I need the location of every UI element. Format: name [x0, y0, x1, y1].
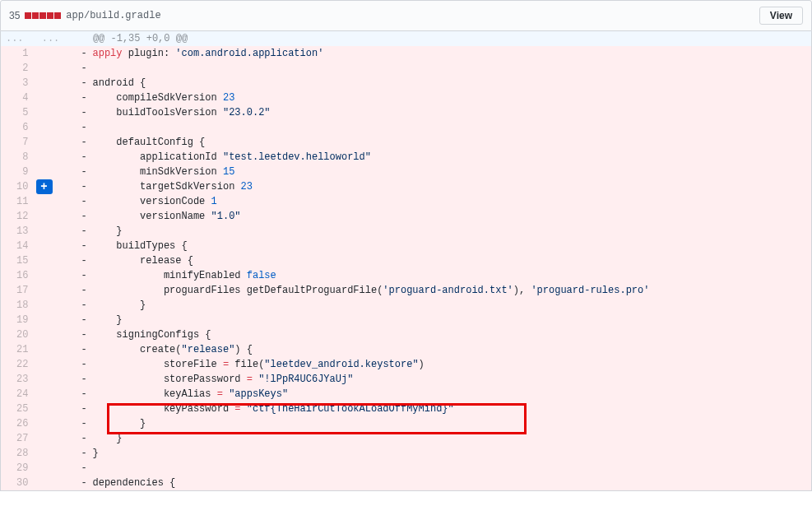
line-num-old[interactable]: 4	[1, 91, 37, 105]
code-cell[interactable]: - }	[73, 416, 812, 431]
code-cell[interactable]: - release {	[73, 253, 812, 268]
line-num-old[interactable]: 20	[1, 327, 37, 342]
line-num-old[interactable]: 7	[1, 135, 37, 150]
line-num-old[interactable]: 9	[1, 165, 37, 179]
line-num-old[interactable]: 11	[1, 194, 37, 209]
line-num-old[interactable]: 6	[1, 120, 37, 135]
code-token: "1.0"	[211, 211, 241, 222]
code-cell[interactable]: - keyAlias = "appsKeys"	[73, 387, 812, 402]
line-num-old[interactable]: 8	[1, 150, 37, 165]
line-num-old[interactable]: 25	[1, 402, 37, 416]
code-cell[interactable]: - applicationId "test.leetdev.helloworld…	[73, 150, 812, 165]
line-num-new[interactable]	[37, 402, 73, 416]
line-num-old[interactable]: 19	[1, 313, 37, 327]
line-num-old[interactable]: 24	[1, 387, 37, 402]
line-num-new[interactable]	[37, 283, 73, 298]
code-token: "!lPpR4UC6JYaUj"	[258, 374, 353, 385]
code-cell[interactable]: - minSdkVersion 15	[73, 165, 812, 179]
line-num-new[interactable]	[37, 253, 73, 268]
line-num-new[interactable]	[37, 416, 73, 431]
line-num-old[interactable]: 5	[1, 105, 37, 120]
line-num-new[interactable]	[37, 298, 73, 313]
line-num-old[interactable]: 29	[1, 461, 37, 476]
line-num-old[interactable]: 27	[1, 431, 37, 446]
code-cell[interactable]: - keyPassword = "ctf{TheHairCutTookALoad…	[73, 402, 812, 416]
line-num-new[interactable]	[37, 342, 73, 357]
line-num-new[interactable]	[37, 461, 73, 476]
line-num-old[interactable]: 28	[1, 446, 37, 461]
line-num-new[interactable]	[37, 476, 73, 491]
line-num-old[interactable]: 14	[1, 239, 37, 253]
code-cell[interactable]: - minifyEnabled false	[73, 268, 812, 283]
line-num-new[interactable]	[37, 46, 73, 61]
line-num-new[interactable]	[37, 76, 73, 91]
file-path[interactable]: app/build.gradle	[66, 10, 160, 21]
line-num-new[interactable]	[37, 135, 73, 150]
code-cell[interactable]: - defaultConfig {	[73, 135, 812, 150]
code-token: apply	[93, 48, 123, 59]
code-cell[interactable]: - }	[73, 298, 812, 313]
line-num-new[interactable]	[37, 313, 73, 327]
diff-marker-deleted: -	[81, 461, 93, 476]
code-cell[interactable]: -	[73, 61, 812, 76]
line-num-old[interactable]: 23	[1, 372, 37, 387]
line-num-new[interactable]	[37, 446, 73, 461]
code-cell[interactable]: -}	[73, 446, 812, 461]
code-cell[interactable]: - versionCode 1	[73, 194, 812, 209]
line-num-new[interactable]	[37, 105, 73, 120]
code-cell[interactable]: -	[73, 120, 812, 135]
line-num-old[interactable]: 16	[1, 268, 37, 283]
code-cell[interactable]: - versionName "1.0"	[73, 209, 812, 224]
line-num-new[interactable]	[37, 268, 73, 283]
line-num-new[interactable]	[37, 357, 73, 372]
line-num-new[interactable]	[37, 120, 73, 135]
view-button[interactable]: View	[759, 7, 803, 25]
add-comment-button[interactable]: +	[36, 179, 53, 194]
line-num-new[interactable]	[37, 327, 73, 342]
line-num-old[interactable]: 10	[1, 179, 37, 194]
line-num-new[interactable]	[37, 372, 73, 387]
line-num-old[interactable]: 18	[1, 298, 37, 313]
code-cell[interactable]: - proguardFiles getDefaultProguardFile('…	[73, 283, 812, 298]
line-num-old[interactable]: 17	[1, 283, 37, 298]
line-num-new[interactable]	[37, 224, 73, 239]
code-cell[interactable]: - buildToolsVersion "23.0.2"	[73, 105, 812, 120]
code-cell[interactable]: - targetSdkVersion 23	[73, 179, 812, 194]
code-cell[interactable]: - compileSdkVersion 23	[73, 91, 812, 105]
diff-marker-deleted: -	[81, 476, 93, 490]
diff-marker-deleted: -	[81, 402, 93, 416]
code-cell[interactable]: - storeFile = file("leetdev_android.keys…	[73, 357, 812, 372]
line-num-new[interactable]	[37, 91, 73, 105]
code-cell[interactable]: -android {	[73, 76, 812, 91]
line-num-old[interactable]: 15	[1, 253, 37, 268]
line-num-old[interactable]: 2	[1, 61, 37, 76]
code-token: compileSdkVersion	[93, 92, 223, 104]
code-cell[interactable]: -dependencies {	[73, 476, 812, 491]
line-num-old[interactable]: 30	[1, 476, 37, 491]
code-cell[interactable]: -	[73, 461, 812, 476]
line-num-old[interactable]: 26	[1, 416, 37, 431]
line-num-new[interactable]	[37, 150, 73, 165]
line-num-old[interactable]: 21	[1, 342, 37, 357]
code-cell[interactable]: - }	[73, 224, 812, 239]
code-cell[interactable]: - buildTypes {	[73, 239, 812, 253]
line-num-new[interactable]	[37, 387, 73, 402]
line-num-old[interactable]: 3	[1, 76, 37, 91]
code-cell[interactable]: - }	[73, 313, 812, 327]
line-num-old[interactable]: 1	[1, 46, 37, 61]
line-num-new[interactable]	[37, 61, 73, 76]
line-num-old[interactable]: 22	[1, 357, 37, 372]
code-cell[interactable]: -apply plugin: 'com.android.application'	[73, 46, 812, 61]
code-cell[interactable]: - }	[73, 431, 812, 446]
line-num-new[interactable]	[37, 165, 73, 179]
code-cell[interactable]: - signingConfigs {	[73, 327, 812, 342]
line-num-new[interactable]: +	[37, 179, 73, 194]
line-num-new[interactable]	[37, 239, 73, 253]
line-num-new[interactable]	[37, 209, 73, 224]
line-num-old[interactable]: 12	[1, 209, 37, 224]
code-cell[interactable]: - create("release") {	[73, 342, 812, 357]
line-num-new[interactable]	[37, 194, 73, 209]
line-num-old[interactable]: 13	[1, 224, 37, 239]
code-cell[interactable]: - storePassword = "!lPpR4UC6JYaUj"	[73, 372, 812, 387]
line-num-new[interactable]	[37, 431, 73, 446]
